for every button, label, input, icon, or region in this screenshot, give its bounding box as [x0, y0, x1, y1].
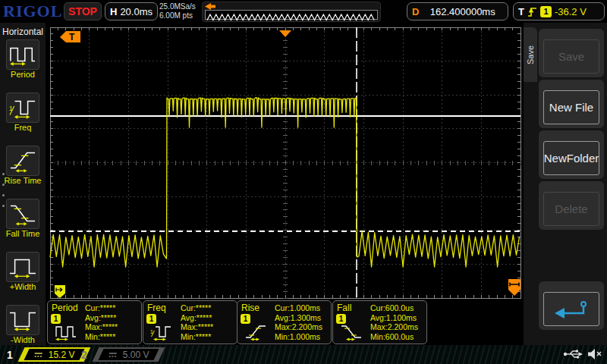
run-state-indicator[interactable]: STOP	[64, 2, 102, 20]
sidebar-item-label: Rise Time	[0, 176, 46, 186]
new-folder-button-label: NewFolder	[543, 141, 599, 175]
menu-tab-save: Save	[524, 27, 537, 82]
timebase-value: 20.0ms	[120, 6, 153, 17]
pos-width-icon	[8, 254, 37, 280]
acquisition-info: 25.0MSa/s 6.00M pts	[159, 2, 196, 20]
svg-text:T: T	[69, 32, 75, 42]
sidebar-item-label: Period	[0, 70, 46, 80]
delay-value: 162.400000ms	[422, 6, 503, 17]
measurement-name: Fall	[337, 303, 351, 313]
oscilloscope-screen: RIGOL STOP H 20.0ms 25.0MSa/s 6.00M pts …	[0, 0, 607, 364]
channel-number: 2	[77, 349, 91, 361]
trigger-position-marker	[279, 30, 291, 37]
new-file-button[interactable]: New File	[539, 80, 604, 128]
measurement-max: Max:2.200ms	[275, 322, 328, 332]
channel-number: 1	[3, 349, 17, 361]
waveform-display: T Period 1 Cur:**	[46, 23, 524, 345]
t-label: T	[518, 6, 524, 17]
back-button[interactable]	[539, 281, 604, 330]
measurement-avg: Avg:*****	[85, 313, 138, 323]
freq-icon: 1	[8, 95, 37, 121]
measurement-min: Min:600.0us	[370, 332, 423, 342]
sidebar-item-pos-width[interactable]: +Width	[0, 252, 46, 303]
memory-position-bar	[202, 2, 381, 22]
usb-icon	[563, 348, 583, 360]
measurement-cur: Cur:*****	[181, 303, 234, 313]
period-icon	[55, 323, 77, 341]
dc-coupling-icon	[108, 351, 118, 359]
period-icon	[8, 42, 37, 67]
fall-time-icon	[8, 201, 37, 227]
delay-box: D 162.400000ms	[407, 2, 508, 20]
memory-window-arrow-icon	[204, 3, 216, 10]
channel-status-bar: 1 15.2 V 2 5.00 V	[0, 345, 607, 364]
menu-page-indicator	[2, 173, 5, 215]
return-arrow-icon	[550, 299, 593, 320]
trigger-source-badge: 1	[540, 6, 552, 17]
d-label: D	[412, 6, 419, 17]
h-label: H	[110, 6, 117, 17]
sidebar-item-label: +Width	[0, 282, 46, 292]
measurement-name: Period	[52, 303, 78, 313]
measurement-max: Max:2.200ms	[370, 322, 423, 332]
dc-coupling-icon	[33, 351, 44, 359]
fall-time-icon	[340, 323, 363, 341]
delete-button[interactable]: Delete	[539, 181, 604, 230]
memory-depth: 6.00M pts	[159, 11, 196, 20]
speaker-muted-icon	[587, 348, 602, 360]
top-status-bar: RIGOL STOP H 20.0ms 25.0MSa/s 6.00M pts …	[0, 0, 607, 23]
channel-2-tab[interactable]: 2 5.00 V	[77, 347, 162, 362]
sidebar-item-freq[interactable]: 1 Freq	[0, 93, 46, 143]
sidebar-item-fall-time[interactable]: Fall Time	[0, 199, 46, 249]
measurement-max: Max:*****	[85, 322, 138, 332]
channel-scale: 5.00 V	[123, 350, 149, 360]
channel-1-tab[interactable]: 1 15.2 V	[3, 347, 87, 362]
rigol-logo: RIGOL	[3, 2, 62, 21]
sidebar-item-label: Freq	[0, 123, 46, 133]
memory-waveform-preview	[205, 10, 378, 20]
svg-text:1: 1	[9, 105, 13, 112]
measurement-box-fall[interactable]: Fall 1 Cur:600.0us Avg:1.100ms Max:2.200…	[332, 300, 427, 344]
measurement-min: Min:*****	[181, 332, 234, 342]
measure-category-title: Horizontal	[0, 23, 46, 37]
save-button[interactable]: Save	[539, 29, 604, 77]
measurement-box-freq[interactable]: Freq 1 1 Cur:***** Avg:***** Max:***** M…	[143, 300, 237, 344]
save-button-label: Save	[543, 39, 599, 74]
horizontal-scale-box: H 20.0ms	[105, 2, 158, 20]
rise-time-icon	[8, 148, 37, 174]
rise-time-icon	[244, 323, 267, 341]
trigger-time-marker: T	[60, 31, 80, 42]
measurement-max: Max:*****	[181, 322, 234, 332]
rising-edge-icon	[527, 5, 537, 18]
measurement-min: Min:1.000ms	[275, 332, 328, 342]
trigger-level-marker	[508, 279, 521, 296]
measurement-avg: Avg:*****	[181, 313, 234, 323]
sample-rate: 25.0MSa/s	[159, 2, 196, 11]
sidebar-item-label: Fall Time	[0, 229, 46, 239]
sidebar-item-rise-time[interactable]: Rise Time	[0, 146, 46, 196]
sidebar-item-period[interactable]: Period	[0, 39, 46, 90]
ch1-ground-marker	[55, 285, 65, 298]
neg-width-icon	[8, 307, 37, 333]
measurement-box-rise[interactable]: Rise 1 Cur:1.000ms Avg:1.300ms Max:2.200…	[237, 300, 332, 344]
trigger-level-value: -36.2 V	[555, 6, 587, 17]
measurement-cur: Cur:*****	[85, 303, 138, 313]
save-menu-sidebar: Save Save New File NewFolder Delete	[524, 23, 607, 345]
sidebar-item-label: -Width	[0, 335, 46, 345]
new-folder-button[interactable]: NewFolder	[539, 130, 604, 179]
channel-scale: 15.2 V	[49, 350, 75, 360]
measurement-name: Freq	[147, 303, 166, 313]
trigger-box: T 1 -36.2 V	[513, 2, 605, 20]
measurement-min: Min:*****	[85, 332, 138, 342]
new-file-button-label: New File	[543, 90, 599, 124]
measurement-avg: Avg:1.300ms	[275, 313, 328, 323]
ch1-waveform-trace	[50, 98, 520, 267]
measurement-box-period[interactable]: Period 1 Cur:***** Avg:***** Max:***** M…	[47, 300, 142, 344]
delete-button-label: Delete	[543, 192, 599, 226]
measurement-name: Rise	[241, 303, 259, 313]
measurement-cur: Cur:600.0us	[370, 303, 423, 313]
freq-icon: 1	[150, 323, 173, 341]
measurement-avg: Avg:1.100ms	[370, 313, 423, 323]
measurement-cur: Cur:1.000ms	[275, 303, 328, 313]
measure-sidebar: Horizontal Period 1 Freq	[0, 23, 46, 345]
